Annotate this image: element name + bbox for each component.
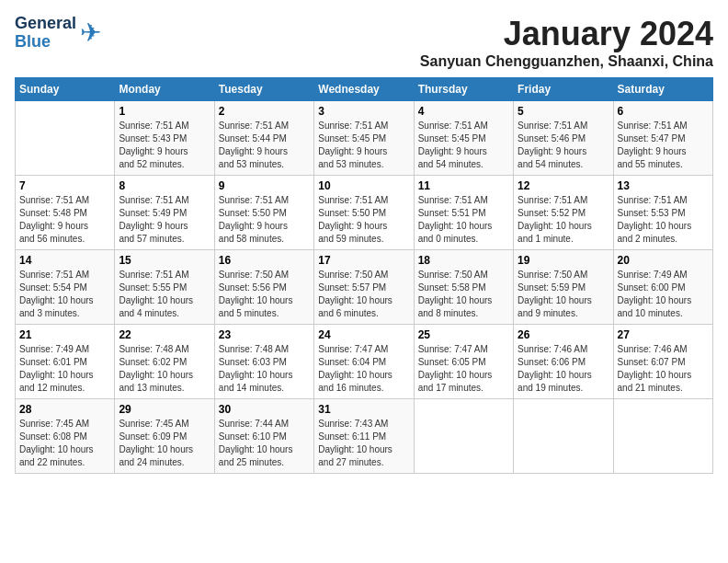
header-day-friday: Friday: [514, 78, 613, 101]
day-number: 11: [418, 179, 509, 192]
day-info: Sunrise: 7:50 AM Sunset: 5:56 PM Dayligh…: [219, 269, 310, 320]
day-number: 20: [618, 254, 709, 267]
calendar-table: SundayMondayTuesdayWednesdayThursdayFrid…: [15, 77, 713, 474]
calendar-cell: [414, 399, 513, 474]
calendar-cell: 6Sunrise: 7:51 AM Sunset: 5:47 PM Daylig…: [613, 101, 712, 176]
calendar-cell: 10Sunrise: 7:51 AM Sunset: 5:50 PM Dayli…: [314, 176, 414, 250]
day-number: 19: [518, 254, 609, 267]
day-info: Sunrise: 7:49 AM Sunset: 6:00 PM Dayligh…: [618, 269, 709, 320]
day-info: Sunrise: 7:43 AM Sunset: 6:11 PM Dayligh…: [318, 418, 409, 469]
week-row-4: 21Sunrise: 7:49 AM Sunset: 6:01 PM Dayli…: [16, 325, 713, 399]
week-row-3: 14Sunrise: 7:51 AM Sunset: 5:54 PM Dayli…: [16, 250, 713, 325]
day-info: Sunrise: 7:51 AM Sunset: 5:54 PM Dayligh…: [19, 269, 110, 320]
header-day-tuesday: Tuesday: [214, 78, 313, 101]
header-day-monday: Monday: [115, 78, 214, 101]
day-number: 22: [119, 328, 210, 341]
calendar-cell: 18Sunrise: 7:50 AM Sunset: 5:58 PM Dayli…: [414, 250, 513, 325]
calendar-cell: 19Sunrise: 7:50 AM Sunset: 5:59 PM Dayli…: [514, 250, 613, 325]
day-number: 3: [318, 105, 409, 118]
calendar-cell: 26Sunrise: 7:46 AM Sunset: 6:06 PM Dayli…: [514, 325, 613, 399]
week-row-2: 7Sunrise: 7:51 AM Sunset: 5:48 PM Daylig…: [16, 176, 713, 250]
logo-line1: General: [15, 15, 76, 33]
calendar-cell: 3Sunrise: 7:51 AM Sunset: 5:45 PM Daylig…: [314, 101, 414, 176]
day-info: Sunrise: 7:46 AM Sunset: 6:07 PM Dayligh…: [618, 343, 709, 395]
day-info: Sunrise: 7:47 AM Sunset: 6:04 PM Dayligh…: [318, 343, 409, 395]
calendar-cell: 11Sunrise: 7:51 AM Sunset: 5:51 PM Dayli…: [414, 176, 513, 250]
calendar-cell: 23Sunrise: 7:48 AM Sunset: 6:03 PM Dayli…: [214, 325, 313, 399]
calendar-cell: 31Sunrise: 7:43 AM Sunset: 6:11 PM Dayli…: [314, 399, 414, 474]
location-title: Sanyuan Chengguanzhen, Shaanxi, China: [420, 53, 713, 70]
day-info: Sunrise: 7:51 AM Sunset: 5:55 PM Dayligh…: [119, 269, 210, 320]
day-info: Sunrise: 7:51 AM Sunset: 5:50 PM Dayligh…: [318, 194, 409, 246]
day-number: 5: [518, 105, 609, 118]
day-info: Sunrise: 7:46 AM Sunset: 6:06 PM Dayligh…: [518, 343, 609, 395]
logo: General Blue ✈: [15, 15, 101, 52]
day-number: 8: [119, 179, 210, 192]
day-info: Sunrise: 7:50 AM Sunset: 5:57 PM Dayligh…: [318, 269, 409, 320]
day-number: 6: [618, 105, 709, 118]
day-number: 18: [418, 254, 509, 267]
day-info: Sunrise: 7:51 AM Sunset: 5:47 PM Dayligh…: [618, 120, 709, 171]
calendar-cell: 25Sunrise: 7:47 AM Sunset: 6:05 PM Dayli…: [414, 325, 513, 399]
header-day-saturday: Saturday: [613, 78, 712, 101]
calendar-cell: 27Sunrise: 7:46 AM Sunset: 6:07 PM Dayli…: [613, 325, 712, 399]
calendar-cell: 24Sunrise: 7:47 AM Sunset: 6:04 PM Dayli…: [314, 325, 414, 399]
day-info: Sunrise: 7:45 AM Sunset: 6:08 PM Dayligh…: [19, 418, 110, 469]
day-number: 17: [318, 254, 409, 267]
calendar-cell: 2Sunrise: 7:51 AM Sunset: 5:44 PM Daylig…: [214, 101, 313, 176]
header-day-thursday: Thursday: [414, 78, 513, 101]
day-number: 27: [618, 328, 709, 341]
day-number: 9: [219, 179, 310, 192]
day-info: Sunrise: 7:50 AM Sunset: 5:59 PM Dayligh…: [518, 269, 609, 320]
day-number: 24: [318, 328, 409, 341]
day-info: Sunrise: 7:51 AM Sunset: 5:43 PM Dayligh…: [119, 120, 210, 171]
day-info: Sunrise: 7:51 AM Sunset: 5:44 PM Dayligh…: [219, 120, 310, 171]
calendar-cell: 5Sunrise: 7:51 AM Sunset: 5:46 PM Daylig…: [514, 101, 613, 176]
week-row-1: 1Sunrise: 7:51 AM Sunset: 5:43 PM Daylig…: [16, 101, 713, 176]
calendar-cell: 15Sunrise: 7:51 AM Sunset: 5:55 PM Dayli…: [115, 250, 214, 325]
day-info: Sunrise: 7:51 AM Sunset: 5:45 PM Dayligh…: [318, 120, 409, 171]
day-info: Sunrise: 7:51 AM Sunset: 5:52 PM Dayligh…: [518, 194, 609, 246]
day-info: Sunrise: 7:44 AM Sunset: 6:10 PM Dayligh…: [219, 418, 310, 469]
day-info: Sunrise: 7:51 AM Sunset: 5:50 PM Dayligh…: [219, 194, 310, 246]
day-info: Sunrise: 7:49 AM Sunset: 6:01 PM Dayligh…: [19, 343, 110, 395]
calendar-cell: 8Sunrise: 7:51 AM Sunset: 5:49 PM Daylig…: [115, 176, 214, 250]
calendar-cell: 9Sunrise: 7:51 AM Sunset: 5:50 PM Daylig…: [214, 176, 313, 250]
logo-bird-icon: ✈: [80, 20, 101, 46]
day-number: 10: [318, 179, 409, 192]
day-number: 25: [418, 328, 509, 341]
title-block: January 2024 Sanyuan Chengguanzhen, Shaa…: [420, 15, 713, 70]
calendar-cell: [514, 399, 613, 474]
day-info: Sunrise: 7:50 AM Sunset: 5:58 PM Dayligh…: [418, 269, 509, 320]
calendar-cell: 29Sunrise: 7:45 AM Sunset: 6:09 PM Dayli…: [115, 399, 214, 474]
day-info: Sunrise: 7:51 AM Sunset: 5:49 PM Dayligh…: [119, 194, 210, 246]
calendar-cell: 28Sunrise: 7:45 AM Sunset: 6:08 PM Dayli…: [16, 399, 115, 474]
calendar-cell: 12Sunrise: 7:51 AM Sunset: 5:52 PM Dayli…: [514, 176, 613, 250]
day-info: Sunrise: 7:48 AM Sunset: 6:03 PM Dayligh…: [219, 343, 310, 395]
day-number: 14: [19, 254, 110, 267]
calendar-cell: 16Sunrise: 7:50 AM Sunset: 5:56 PM Dayli…: [214, 250, 313, 325]
calendar-cell: 17Sunrise: 7:50 AM Sunset: 5:57 PM Dayli…: [314, 250, 414, 325]
day-info: Sunrise: 7:51 AM Sunset: 5:45 PM Dayligh…: [418, 120, 509, 171]
week-row-5: 28Sunrise: 7:45 AM Sunset: 6:08 PM Dayli…: [16, 399, 713, 474]
day-info: Sunrise: 7:51 AM Sunset: 5:51 PM Dayligh…: [418, 194, 509, 246]
day-number: 4: [418, 105, 509, 118]
day-number: 28: [19, 403, 110, 416]
calendar-cell: [613, 399, 712, 474]
calendar-cell: 20Sunrise: 7:49 AM Sunset: 6:00 PM Dayli…: [613, 250, 712, 325]
calendar-cell: 13Sunrise: 7:51 AM Sunset: 5:53 PM Dayli…: [613, 176, 712, 250]
day-number: 16: [219, 254, 310, 267]
day-number: 23: [219, 328, 310, 341]
calendar-header: SundayMondayTuesdayWednesdayThursdayFrid…: [16, 78, 713, 101]
calendar-cell: 21Sunrise: 7:49 AM Sunset: 6:01 PM Dayli…: [16, 325, 115, 399]
calendar-body: 1Sunrise: 7:51 AM Sunset: 5:43 PM Daylig…: [16, 101, 713, 474]
calendar-cell: 30Sunrise: 7:44 AM Sunset: 6:10 PM Dayli…: [214, 399, 313, 474]
day-number: 15: [119, 254, 210, 267]
header-day-sunday: Sunday: [16, 78, 115, 101]
day-info: Sunrise: 7:51 AM Sunset: 5:48 PM Dayligh…: [19, 194, 110, 246]
day-number: 31: [318, 403, 409, 416]
day-info: Sunrise: 7:48 AM Sunset: 6:02 PM Dayligh…: [119, 343, 210, 395]
header-day-wednesday: Wednesday: [314, 78, 414, 101]
day-info: Sunrise: 7:51 AM Sunset: 5:53 PM Dayligh…: [618, 194, 709, 246]
day-number: 26: [518, 328, 609, 341]
